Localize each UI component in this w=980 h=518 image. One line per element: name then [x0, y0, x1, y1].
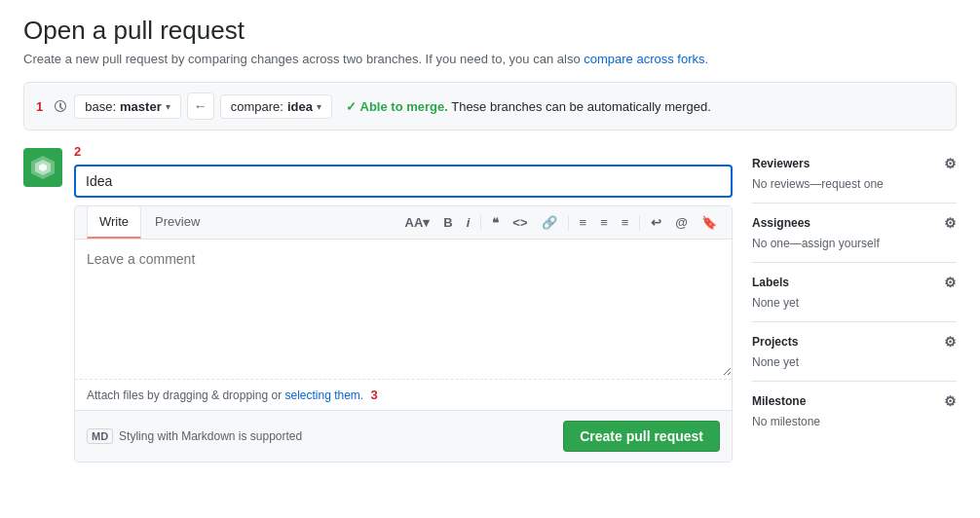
- labels-gear-icon[interactable]: ⚙: [944, 275, 957, 290]
- preview-tab[interactable]: Preview: [143, 206, 211, 239]
- toolbar-separator-3: [639, 215, 640, 231]
- merge-status: ✓ Able to merge. These branches can be a…: [346, 99, 711, 114]
- base-branch-selector[interactable]: base: master ▾: [74, 94, 180, 119]
- italic-button[interactable]: i: [464, 213, 473, 232]
- reviewers-header: Reviewers ⚙: [752, 156, 957, 171]
- merge-able-text: Able to merge.: [360, 99, 448, 114]
- write-tab[interactable]: Write: [87, 205, 141, 239]
- form-inner: 2 Write Preview AA▾ B i ❝: [74, 144, 733, 462]
- code-button[interactable]: <>: [509, 213, 530, 232]
- projects-header: Projects ⚙: [752, 334, 957, 350]
- step-1-num: 1: [36, 99, 43, 114]
- attach-text-before: Attach files by dragging & dropping or: [87, 388, 282, 402]
- reviewers-gear-icon[interactable]: ⚙: [944, 156, 957, 171]
- subtitle-text-before: Create a new pull request by comparing c…: [23, 52, 581, 66]
- markdown-note: MD Styling with Markdown is supported: [87, 428, 302, 444]
- bookmark-button[interactable]: 🔖: [698, 213, 720, 232]
- step-2-num: 2: [74, 144, 81, 159]
- ul-button[interactable]: ≡: [577, 213, 590, 232]
- attach-link[interactable]: selecting them.: [284, 388, 363, 402]
- link-button[interactable]: 🔗: [539, 213, 560, 232]
- main-layout: 2 Write Preview AA▾ B i ❝: [23, 144, 957, 462]
- sidebar: Reviewers ⚙ No reviews—request one Assig…: [752, 144, 957, 462]
- compare-caret: ▾: [317, 101, 321, 112]
- milestone-label: Milestone: [752, 394, 806, 408]
- step-3-num: 3: [371, 388, 378, 402]
- form-area: 2 Write Preview AA▾ B i ❝: [23, 144, 733, 462]
- labels-label: Labels: [752, 276, 789, 289]
- avatar-icon: [27, 152, 58, 183]
- base-branch-name: master: [120, 99, 162, 114]
- page-subtitle: Create a new pull request by comparing c…: [23, 52, 957, 66]
- labels-header: Labels ⚙: [752, 275, 957, 290]
- projects-value: None yet: [752, 355, 957, 369]
- merge-message-text: These branches can be automatically merg…: [451, 99, 711, 114]
- milestone-section: Milestone ⚙ No milestone: [752, 381, 957, 440]
- page-title: Open a pull request: [23, 16, 957, 46]
- sync-icon: [53, 98, 68, 114]
- base-caret: ▾: [166, 101, 170, 112]
- assignees-header: Assignees ⚙: [752, 215, 957, 231]
- comment-textarea[interactable]: [75, 240, 732, 376]
- merge-check-icon: ✓: [346, 99, 357, 114]
- avatar: [23, 148, 62, 187]
- milestone-gear-icon[interactable]: ⚙: [944, 393, 957, 409]
- compare-branch-name: idea: [287, 99, 313, 114]
- compare-branch-selector[interactable]: compare: idea ▾: [220, 94, 332, 119]
- task-button[interactable]: ≡: [619, 213, 632, 232]
- bold-button[interactable]: B: [440, 213, 455, 232]
- assignees-section: Assignees ⚙ No one—assign yourself: [752, 203, 957, 262]
- undo-button[interactable]: ↩: [648, 213, 664, 232]
- reviewers-value: No reviews—request one: [752, 177, 957, 191]
- editor-footer: MD Styling with Markdown is supported Cr…: [75, 410, 732, 462]
- toolbar-separator-2: [568, 215, 569, 231]
- milestone-header: Milestone ⚙: [752, 393, 957, 409]
- labels-section: Labels ⚙ None yet: [752, 262, 957, 321]
- quote-button[interactable]: ❝: [489, 213, 502, 232]
- editor-tabs: Write Preview AA▾ B i ❝ <> 🔗 ≡ ≡: [75, 206, 732, 240]
- attach-bar: Attach files by dragging & dropping or s…: [75, 379, 732, 410]
- milestone-value: No milestone: [752, 415, 957, 428]
- swap-branches-button[interactable]: ←: [187, 92, 214, 120]
- projects-gear-icon[interactable]: ⚙: [944, 334, 957, 350]
- reviewers-label: Reviewers: [752, 157, 810, 170]
- base-label: base:: [85, 99, 116, 114]
- assignees-gear-icon[interactable]: ⚙: [944, 215, 957, 231]
- editor-toolbar: AA▾ B i ❝ <> 🔗 ≡ ≡ ≡ ↩: [402, 213, 720, 232]
- markdown-icon: MD: [87, 428, 113, 444]
- mention-button[interactable]: @: [672, 213, 691, 232]
- editor-container: Write Preview AA▾ B i ❝ <> 🔗 ≡ ≡: [74, 205, 733, 462]
- projects-section: Projects ⚙ None yet: [752, 321, 957, 381]
- reviewers-section: Reviewers ⚙ No reviews—request one: [752, 144, 957, 203]
- avatar-row: 2 Write Preview AA▾ B i ❝: [23, 144, 733, 462]
- labels-value: None yet: [752, 296, 957, 310]
- pull-request-title-input[interactable]: [74, 165, 733, 198]
- ol-button[interactable]: ≡: [597, 213, 611, 232]
- compare-forks-link[interactable]: compare across forks.: [584, 52, 708, 66]
- branch-bar: 1 base: master ▾ ← compare: idea ▾ ✓ Abl…: [23, 82, 957, 130]
- aa-button[interactable]: AA▾: [402, 213, 433, 232]
- assignees-value: No one—assign yourself: [752, 237, 957, 250]
- assignees-label: Assignees: [752, 216, 810, 230]
- toolbar-separator-1: [480, 215, 481, 231]
- create-pull-request-button[interactable]: Create pull request: [563, 421, 720, 452]
- compare-label: compare:: [231, 99, 283, 114]
- projects-label: Projects: [752, 335, 798, 349]
- markdown-text: Styling with Markdown is supported: [119, 429, 302, 443]
